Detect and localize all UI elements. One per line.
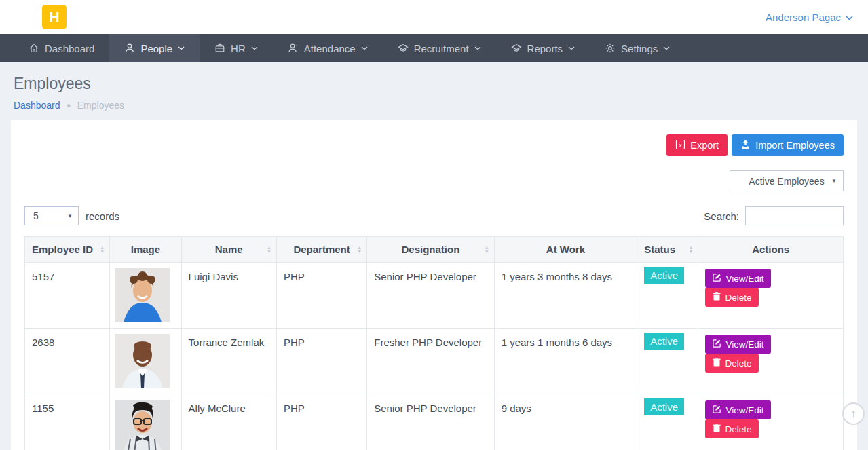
cell-employee-id: 5157 bbox=[25, 263, 110, 329]
column-header-image: Image bbox=[110, 237, 181, 263]
export-label: Export bbox=[690, 140, 719, 151]
cell-actions: View/Edit Delete bbox=[698, 263, 844, 329]
cell-status: Active bbox=[637, 329, 698, 394]
cell-designation: Fresher PHP Developer bbox=[367, 329, 494, 394]
user-name: Anderson Pagac bbox=[766, 12, 841, 23]
excel-file-icon: x bbox=[675, 139, 685, 152]
table-row: 2638 Torrance Zemlak PHP Fresher PHP Dev… bbox=[25, 329, 844, 394]
nav-label: Recruitment bbox=[414, 43, 469, 54]
view-edit-button[interactable]: View/Edit bbox=[705, 400, 771, 419]
breadcrumb: Dashboard ● Employees bbox=[14, 100, 854, 111]
cell-status: Active bbox=[637, 394, 698, 450]
chevron-down-icon bbox=[663, 46, 670, 50]
employee-filter-select[interactable]: Active Employees ▼ bbox=[730, 170, 844, 191]
nav-item-recruitment[interactable]: Recruitment bbox=[383, 34, 496, 62]
dropdown-arrow-icon: ▼ bbox=[831, 178, 837, 184]
cell-name: Torrance Zemlak bbox=[181, 329, 276, 394]
cell-actions: View/Edit Delete bbox=[698, 394, 844, 450]
nav-item-settings[interactable]: Settings bbox=[590, 34, 685, 62]
delete-button[interactable]: Delete bbox=[705, 288, 759, 307]
scroll-to-top-button[interactable]: ↑ bbox=[842, 402, 865, 425]
edit-icon bbox=[713, 405, 721, 415]
import-label: Import Employees bbox=[755, 140, 835, 151]
employees-card: x Export Import Employees Active Employe… bbox=[11, 120, 857, 450]
edit-icon bbox=[713, 339, 721, 350]
cell-department: PHP bbox=[276, 329, 366, 394]
nav-item-hr[interactable]: HR bbox=[200, 34, 273, 62]
sort-icon: ▲▼ bbox=[100, 246, 105, 254]
cell-employee-id: 2638 bbox=[25, 329, 110, 394]
search-input[interactable] bbox=[745, 206, 844, 225]
column-header-designation[interactable]: Designation ▲▼ bbox=[367, 237, 494, 263]
nav-item-reports[interactable]: Reports bbox=[496, 34, 590, 62]
cell-designation: Senior PHP Developer bbox=[367, 263, 494, 329]
nav-item-attendance[interactable]: Attendance bbox=[273, 34, 383, 62]
chevron-down-icon bbox=[568, 46, 575, 50]
user-menu[interactable]: Anderson Pagac bbox=[766, 0, 853, 34]
cell-name: Luigi Davis bbox=[181, 263, 276, 329]
cell-actions: View/Edit Delete bbox=[698, 329, 844, 394]
cell-image bbox=[110, 394, 181, 450]
column-header-name[interactable]: Name ▲▼ bbox=[181, 237, 276, 263]
edit-icon bbox=[713, 273, 721, 284]
dropdown-arrow-icon: ▼ bbox=[67, 213, 73, 219]
app-logo[interactable]: H bbox=[42, 5, 67, 29]
column-header-actions: Actions bbox=[698, 237, 844, 263]
graduation-cap-icon bbox=[511, 43, 522, 54]
sort-icon: ▲▼ bbox=[267, 246, 271, 254]
graduation-cap-icon bbox=[398, 43, 409, 54]
records-label: records bbox=[86, 210, 119, 222]
nav-item-dashboard[interactable]: Dashboard bbox=[14, 34, 109, 62]
search-label: Search: bbox=[704, 210, 739, 222]
status-badge: Active bbox=[644, 333, 684, 350]
chevron-down-icon bbox=[474, 46, 481, 50]
employees-table: Employee ID ▲▼ Image Name ▲▼ Department … bbox=[24, 236, 844, 450]
page-title: Employees bbox=[14, 75, 854, 93]
arrow-up-icon: ↑ bbox=[850, 407, 856, 421]
nav-label: Dashboard bbox=[45, 43, 94, 54]
import-employees-button[interactable]: Import Employees bbox=[732, 134, 844, 156]
delete-button[interactable]: Delete bbox=[705, 354, 759, 373]
status-badge: Active bbox=[644, 267, 684, 284]
cell-image bbox=[110, 263, 181, 329]
cell-at-work: 1 years 3 months 8 days bbox=[494, 263, 637, 329]
records-per-page-select[interactable]: 5 ▼ bbox=[24, 206, 79, 225]
export-button[interactable]: x Export bbox=[666, 134, 728, 156]
svg-text:x: x bbox=[679, 141, 683, 148]
view-edit-button[interactable]: View/Edit bbox=[705, 269, 771, 288]
chevron-down-icon bbox=[178, 46, 185, 50]
cell-image bbox=[110, 329, 181, 394]
cell-at-work: 1 years 1 months 6 days bbox=[494, 329, 637, 394]
records-selected-value: 5 bbox=[33, 210, 39, 221]
sort-icon: ▲▼ bbox=[688, 246, 693, 254]
breadcrumb-dashboard-link[interactable]: Dashboard bbox=[14, 100, 60, 111]
sort-icon: ▲▼ bbox=[357, 246, 362, 254]
sort-icon: ▲▼ bbox=[485, 246, 489, 254]
column-header-at-work: At Work bbox=[494, 237, 637, 263]
column-header-status[interactable]: Status ▲▼ bbox=[637, 237, 698, 263]
gear-icon bbox=[605, 43, 616, 54]
column-header-department[interactable]: Department ▲▼ bbox=[276, 237, 366, 263]
cell-status: Active bbox=[637, 263, 698, 329]
cell-at-work: 9 days bbox=[494, 394, 637, 450]
cell-name: Ally McClure bbox=[181, 394, 276, 450]
table-header-row: Employee ID ▲▼ Image Name ▲▼ Department … bbox=[25, 237, 844, 263]
nav-item-people[interactable]: People bbox=[109, 34, 200, 62]
delete-button[interactable]: Delete bbox=[705, 419, 759, 438]
chevron-down-icon bbox=[251, 46, 258, 50]
trash-icon bbox=[713, 358, 721, 369]
column-header-employee-id[interactable]: Employee ID ▲▼ bbox=[25, 237, 110, 263]
trash-icon bbox=[713, 292, 721, 303]
nav-label: Reports bbox=[527, 43, 563, 54]
view-edit-button[interactable]: View/Edit bbox=[705, 335, 771, 354]
toolbar: x Export Import Employees bbox=[24, 134, 844, 156]
cell-employee-id: 1155 bbox=[25, 394, 110, 450]
filter-selected-value: Active Employees bbox=[749, 176, 824, 187]
table-controls: 5 ▼ records Search: bbox=[24, 206, 844, 225]
table-row: 1155 Ally bbox=[25, 394, 844, 450]
cell-designation: Senior PHP Developer bbox=[367, 394, 494, 450]
employee-photo bbox=[115, 334, 170, 388]
home-icon bbox=[29, 43, 39, 54]
topbar: H Anderson Pagac bbox=[0, 0, 868, 34]
trash-icon bbox=[713, 424, 721, 434]
